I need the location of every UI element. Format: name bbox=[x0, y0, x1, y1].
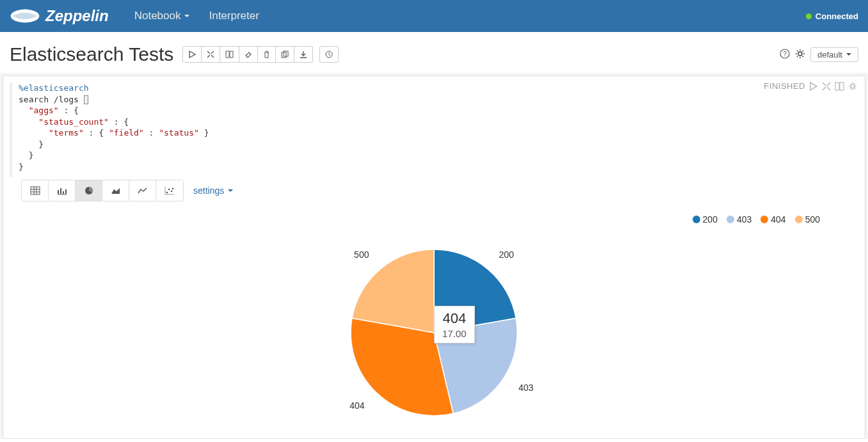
settings-label: settings bbox=[193, 185, 224, 196]
legend-item[interactable]: 500 bbox=[795, 214, 820, 225]
run-paragraph-button[interactable] bbox=[809, 82, 818, 91]
code-line: "status_count" : { bbox=[19, 117, 129, 127]
svg-text:?: ? bbox=[783, 51, 787, 58]
legend-label: 403 bbox=[737, 214, 751, 225]
chart-tooltip: 404 17.00 bbox=[434, 306, 475, 343]
viz-pie-button[interactable] bbox=[76, 180, 102, 201]
legend-swatch bbox=[693, 216, 700, 223]
hide-output-button[interactable] bbox=[835, 82, 844, 91]
shortcuts-button[interactable]: ? bbox=[780, 49, 790, 61]
scatter-chart-icon bbox=[165, 186, 175, 195]
svg-point-12 bbox=[168, 189, 170, 191]
slice-label: 403 bbox=[518, 383, 534, 393]
gear-icon bbox=[795, 49, 805, 59]
navbar: Zeppelin Notebook Interpreter Connected bbox=[0, 0, 868, 32]
hide-code-button[interactable] bbox=[202, 46, 220, 63]
slice-label: 200 bbox=[499, 249, 515, 260]
code-line: } bbox=[19, 150, 33, 160]
nav-interpreter[interactable]: Interpreter bbox=[199, 10, 268, 22]
notebook-title[interactable]: Elasticsearch Tests bbox=[10, 43, 173, 65]
tooltip-label: 404 bbox=[442, 310, 467, 327]
clock-icon bbox=[325, 51, 333, 58]
run-all-button[interactable] bbox=[182, 46, 202, 63]
bar-chart-icon bbox=[57, 186, 67, 195]
trash-icon bbox=[263, 51, 270, 58]
hide-editor-button[interactable] bbox=[822, 82, 831, 91]
export-note-button[interactable] bbox=[294, 46, 313, 63]
code-line: %elasticsearch bbox=[19, 83, 89, 93]
zeppelin-logo-icon bbox=[10, 7, 40, 25]
nav-interpreter-label: Interpreter bbox=[209, 10, 259, 22]
chevron-down-icon bbox=[184, 15, 189, 17]
svg-point-11 bbox=[166, 192, 168, 194]
viz-area-button[interactable] bbox=[102, 180, 129, 201]
slice-label: 500 bbox=[354, 249, 369, 260]
page-header: Elasticsearch Tests ? default bbox=[0, 32, 868, 70]
status-text: Connected bbox=[816, 12, 858, 21]
download-icon bbox=[300, 51, 307, 58]
form-type-label: default bbox=[817, 50, 842, 59]
hide-output-button[interactable] bbox=[220, 46, 239, 63]
pie-chart-icon bbox=[84, 185, 94, 196]
eraser-icon bbox=[245, 51, 252, 58]
svg-point-7 bbox=[798, 52, 802, 56]
help-icon: ? bbox=[780, 49, 790, 59]
viz-line-button[interactable] bbox=[129, 180, 156, 201]
nav-notebook-label: Notebook bbox=[134, 10, 181, 22]
legend-label: 404 bbox=[771, 214, 785, 225]
chart-area: 200 403 404 500 200403404500 404 17.00 bbox=[3, 201, 865, 429]
paragraph-settings-button[interactable] bbox=[848, 82, 857, 91]
viz-toolbar: settings bbox=[3, 177, 865, 201]
svg-rect-9 bbox=[31, 187, 40, 194]
line-chart-icon bbox=[138, 186, 148, 195]
legend-item[interactable]: 200 bbox=[693, 214, 718, 225]
chart-legend: 200 403 404 500 bbox=[693, 214, 820, 225]
clone-note-button[interactable] bbox=[276, 46, 294, 63]
code-line: "terms" : { "field" : "status" } bbox=[19, 128, 209, 138]
scheduler-button[interactable] bbox=[319, 46, 339, 63]
status-dot-icon bbox=[806, 13, 812, 19]
pie-slice-500[interactable] bbox=[352, 249, 434, 333]
area-chart-icon bbox=[111, 186, 121, 195]
legend-swatch bbox=[795, 216, 803, 223]
viz-table-button[interactable] bbox=[22, 180, 49, 201]
code-line: "aggs" : { bbox=[19, 106, 79, 115]
notebook-toolbar bbox=[182, 46, 313, 63]
form-type-dropdown[interactable]: default bbox=[810, 47, 858, 62]
legend-swatch bbox=[727, 216, 734, 223]
play-icon bbox=[188, 51, 196, 58]
slice-label: 404 bbox=[350, 400, 365, 411]
paragraph-status: FINISHED bbox=[764, 81, 805, 91]
nav-notebook[interactable]: Notebook bbox=[125, 10, 200, 22]
chevron-down-icon bbox=[846, 53, 851, 56]
paragraph: FINISHED %elasticsearch search /logs "ag… bbox=[3, 75, 865, 439]
viz-scatter-button[interactable] bbox=[156, 180, 183, 201]
svg-point-14 bbox=[172, 188, 174, 190]
interpreter-binding-button[interactable] bbox=[795, 49, 805, 61]
collapse-icon bbox=[207, 51, 214, 58]
chevron-down-icon bbox=[228, 189, 233, 192]
delete-note-button[interactable] bbox=[258, 46, 276, 63]
svg-point-8 bbox=[851, 84, 855, 88]
viz-bar-button[interactable] bbox=[49, 180, 76, 201]
book-icon bbox=[225, 51, 234, 58]
brand-text: Zeppelin bbox=[45, 7, 109, 25]
legend-label: 200 bbox=[703, 214, 718, 225]
table-icon bbox=[30, 186, 40, 195]
chart-settings-link[interactable]: settings bbox=[193, 185, 233, 196]
legend-item[interactable]: 404 bbox=[760, 214, 785, 225]
brand[interactable]: Zeppelin bbox=[10, 7, 109, 25]
paragraph-controls: FINISHED bbox=[764, 81, 857, 91]
tooltip-value: 17.00 bbox=[442, 328, 467, 339]
code-editor[interactable]: %elasticsearch search /logs "aggs" : { "… bbox=[10, 83, 858, 177]
clear-output-button[interactable] bbox=[239, 46, 258, 63]
svg-point-13 bbox=[171, 191, 173, 193]
code-line: } bbox=[19, 139, 44, 149]
legend-item[interactable]: 403 bbox=[727, 214, 751, 225]
notebook-body: FINISHED %elasticsearch search /logs "ag… bbox=[0, 73, 868, 439]
copy-icon bbox=[281, 51, 289, 58]
pie-container: 200403404500 404 17.00 bbox=[22, 237, 846, 429]
legend-label: 500 bbox=[805, 214, 820, 225]
legend-swatch bbox=[760, 216, 768, 223]
connection-status: Connected bbox=[806, 12, 858, 21]
